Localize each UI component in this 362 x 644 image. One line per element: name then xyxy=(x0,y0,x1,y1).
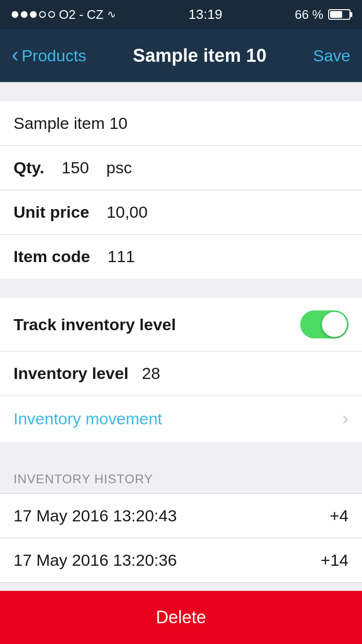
inventory-movement-row[interactable]: Inventory movement › xyxy=(0,396,362,442)
battery-bar xyxy=(328,9,350,20)
nav-bar: ‹ Products Sample item 10 Save xyxy=(0,29,362,82)
track-inventory-label: Track inventory level xyxy=(14,315,176,334)
save-button[interactable]: Save xyxy=(313,46,351,65)
item-code-row: Item code 111 xyxy=(0,235,362,279)
nav-title: Sample item 10 xyxy=(133,45,266,66)
signal-dot-3 xyxy=(30,11,37,18)
battery-pct-label: 66 % xyxy=(295,7,323,22)
delete-label: Delete xyxy=(156,607,206,628)
qty-row: Qty. 150 psc xyxy=(0,146,362,190)
inventory-level-label: Inventory level xyxy=(14,364,128,383)
signal-dot-5 xyxy=(48,11,55,18)
inventory-level-row: Inventory level 28 xyxy=(0,351,362,396)
item-code-value: 111 xyxy=(108,247,135,266)
inventory-movement-label: Inventory movement xyxy=(14,409,162,428)
toggle-knob xyxy=(322,312,347,337)
history-row-2: 17 May 2016 13:20:36 +14 xyxy=(0,538,362,583)
status-bar: O2 - CZ ∿ 13:19 66 % xyxy=(0,0,362,29)
history-change-2: +14 xyxy=(320,551,348,570)
product-name: Sample item 10 xyxy=(14,114,127,132)
history-row-1: 17 May 2016 13:20:43 +4 xyxy=(0,494,362,538)
inventory-level-value: 28 xyxy=(142,364,160,383)
history-date-2: 17 May 2016 13:20:36 xyxy=(14,551,177,570)
history-date-1: 17 May 2016 13:20:43 xyxy=(14,506,177,525)
qty-value: 150 xyxy=(62,158,89,177)
item-code-label: Item code xyxy=(14,247,90,266)
product-name-row: Sample item 10 xyxy=(0,101,362,146)
track-inventory-row[interactable]: Track inventory level xyxy=(0,298,362,351)
history-change-1: +4 xyxy=(330,506,348,525)
carrier-label: O2 - CZ xyxy=(59,7,103,22)
battery-fill xyxy=(330,11,342,18)
delete-button[interactable]: Delete xyxy=(0,591,362,644)
signal-dot-4 xyxy=(39,11,46,18)
qty-unit: psc xyxy=(106,158,132,177)
status-right: 66 % xyxy=(295,7,350,22)
unit-price-value: 10,00 xyxy=(107,203,148,222)
unit-price-row: Unit price 10,00 xyxy=(0,190,362,235)
section-gap-2 xyxy=(0,279,362,298)
section-gap-1 xyxy=(0,82,362,101)
back-label: Products xyxy=(22,46,86,65)
status-time: 13:19 xyxy=(189,7,223,22)
chevron-left-icon: ‹ xyxy=(12,42,19,67)
section-gap-3 xyxy=(0,442,362,461)
signal-dots xyxy=(12,11,55,18)
chevron-right-icon: › xyxy=(342,408,348,429)
wifi-icon: ∿ xyxy=(107,8,116,21)
track-inventory-toggle[interactable] xyxy=(300,310,348,338)
inventory-history-header: INVENTORY HISTORY xyxy=(0,461,362,494)
battery-icon xyxy=(328,9,350,20)
signal-dot-2 xyxy=(21,11,28,18)
signal-dot-1 xyxy=(12,11,18,18)
unit-price-label: Unit price xyxy=(14,203,89,222)
back-button[interactable]: ‹ Products xyxy=(12,44,86,67)
status-left: O2 - CZ ∿ xyxy=(12,7,116,22)
qty-label: Qty. xyxy=(14,158,44,177)
